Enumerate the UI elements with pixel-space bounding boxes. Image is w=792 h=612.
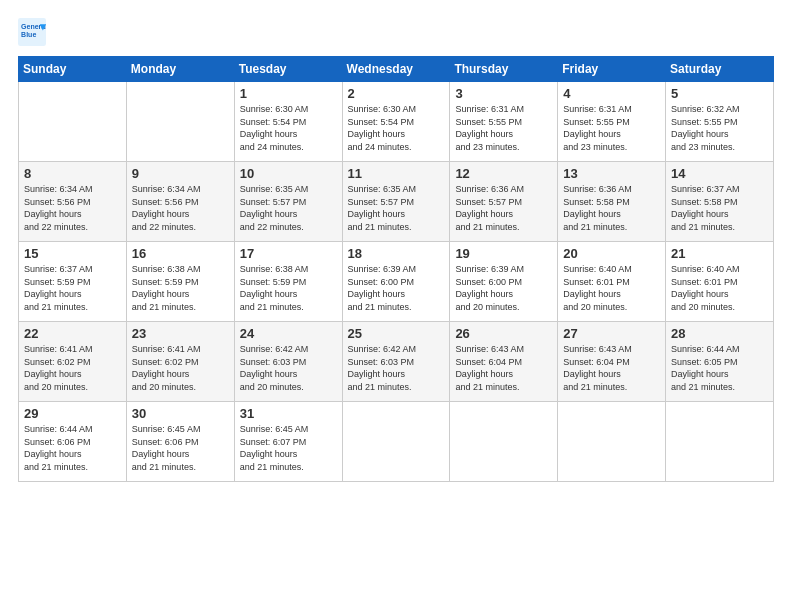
day-info: Sunrise: 6:31 AM Sunset: 5:55 PM Dayligh… [455,103,552,153]
day-info: Sunrise: 6:45 AM Sunset: 6:06 PM Dayligh… [132,423,229,473]
day-header-thursday: Thursday [450,57,558,82]
day-number: 22 [24,326,121,341]
calendar-week-2: 8 Sunrise: 6:34 AM Sunset: 5:56 PM Dayli… [19,162,774,242]
day-header-tuesday: Tuesday [234,57,342,82]
day-info: Sunrise: 6:42 AM Sunset: 6:03 PM Dayligh… [240,343,337,393]
calendar-week-3: 15 Sunrise: 6:37 AM Sunset: 5:59 PM Dayl… [19,242,774,322]
calendar: SundayMondayTuesdayWednesdayThursdayFrid… [18,56,774,482]
calendar-week-4: 22 Sunrise: 6:41 AM Sunset: 6:02 PM Dayl… [19,322,774,402]
calendar-cell: 11 Sunrise: 6:35 AM Sunset: 5:57 PM Dayl… [342,162,450,242]
calendar-cell: 29 Sunrise: 6:44 AM Sunset: 6:06 PM Dayl… [19,402,127,482]
day-number: 28 [671,326,768,341]
calendar-body: 1 Sunrise: 6:30 AM Sunset: 5:54 PM Dayli… [19,82,774,482]
calendar-cell: 21 Sunrise: 6:40 AM Sunset: 6:01 PM Dayl… [666,242,774,322]
day-number: 15 [24,246,121,261]
day-number: 16 [132,246,229,261]
day-number: 5 [671,86,768,101]
day-info: Sunrise: 6:32 AM Sunset: 5:55 PM Dayligh… [671,103,768,153]
day-info: Sunrise: 6:38 AM Sunset: 5:59 PM Dayligh… [132,263,229,313]
day-number: 4 [563,86,660,101]
day-header-monday: Monday [126,57,234,82]
calendar-cell: 23 Sunrise: 6:41 AM Sunset: 6:02 PM Dayl… [126,322,234,402]
calendar-cell [342,402,450,482]
day-number: 14 [671,166,768,181]
day-number: 18 [348,246,445,261]
calendar-cell: 16 Sunrise: 6:38 AM Sunset: 5:59 PM Dayl… [126,242,234,322]
day-number: 31 [240,406,337,421]
calendar-cell: 8 Sunrise: 6:34 AM Sunset: 5:56 PM Dayli… [19,162,127,242]
calendar-cell [126,82,234,162]
day-number: 2 [348,86,445,101]
header: General Blue [18,18,774,46]
logo-icon: General Blue [18,18,46,46]
calendar-week-5: 29 Sunrise: 6:44 AM Sunset: 6:06 PM Dayl… [19,402,774,482]
calendar-cell: 25 Sunrise: 6:42 AM Sunset: 6:03 PM Dayl… [342,322,450,402]
calendar-cell: 13 Sunrise: 6:36 AM Sunset: 5:58 PM Dayl… [558,162,666,242]
calendar-cell: 10 Sunrise: 6:35 AM Sunset: 5:57 PM Dayl… [234,162,342,242]
day-info: Sunrise: 6:39 AM Sunset: 6:00 PM Dayligh… [455,263,552,313]
calendar-cell: 4 Sunrise: 6:31 AM Sunset: 5:55 PM Dayli… [558,82,666,162]
day-header-wednesday: Wednesday [342,57,450,82]
day-number: 1 [240,86,337,101]
day-number: 29 [24,406,121,421]
day-info: Sunrise: 6:41 AM Sunset: 6:02 PM Dayligh… [24,343,121,393]
day-number: 8 [24,166,121,181]
calendar-cell: 15 Sunrise: 6:37 AM Sunset: 5:59 PM Dayl… [19,242,127,322]
day-number: 12 [455,166,552,181]
calendar-cell: 28 Sunrise: 6:44 AM Sunset: 6:05 PM Dayl… [666,322,774,402]
calendar-cell: 12 Sunrise: 6:36 AM Sunset: 5:57 PM Dayl… [450,162,558,242]
day-info: Sunrise: 6:37 AM Sunset: 5:59 PM Dayligh… [24,263,121,313]
calendar-header-row: SundayMondayTuesdayWednesdayThursdayFrid… [19,57,774,82]
calendar-cell: 26 Sunrise: 6:43 AM Sunset: 6:04 PM Dayl… [450,322,558,402]
day-info: Sunrise: 6:39 AM Sunset: 6:00 PM Dayligh… [348,263,445,313]
day-number: 24 [240,326,337,341]
calendar-cell: 19 Sunrise: 6:39 AM Sunset: 6:00 PM Dayl… [450,242,558,322]
day-info: Sunrise: 6:34 AM Sunset: 5:56 PM Dayligh… [24,183,121,233]
day-info: Sunrise: 6:43 AM Sunset: 6:04 PM Dayligh… [563,343,660,393]
calendar-week-1: 1 Sunrise: 6:30 AM Sunset: 5:54 PM Dayli… [19,82,774,162]
calendar-cell: 9 Sunrise: 6:34 AM Sunset: 5:56 PM Dayli… [126,162,234,242]
day-header-friday: Friday [558,57,666,82]
day-number: 19 [455,246,552,261]
day-number: 21 [671,246,768,261]
calendar-cell: 30 Sunrise: 6:45 AM Sunset: 6:06 PM Dayl… [126,402,234,482]
calendar-cell: 14 Sunrise: 6:37 AM Sunset: 5:58 PM Dayl… [666,162,774,242]
calendar-cell: 27 Sunrise: 6:43 AM Sunset: 6:04 PM Dayl… [558,322,666,402]
calendar-cell [558,402,666,482]
day-number: 27 [563,326,660,341]
day-number: 11 [348,166,445,181]
day-number: 9 [132,166,229,181]
calendar-cell: 18 Sunrise: 6:39 AM Sunset: 6:00 PM Dayl… [342,242,450,322]
day-info: Sunrise: 6:41 AM Sunset: 6:02 PM Dayligh… [132,343,229,393]
day-info: Sunrise: 6:35 AM Sunset: 5:57 PM Dayligh… [240,183,337,233]
calendar-cell: 20 Sunrise: 6:40 AM Sunset: 6:01 PM Dayl… [558,242,666,322]
day-number: 17 [240,246,337,261]
calendar-cell: 3 Sunrise: 6:31 AM Sunset: 5:55 PM Dayli… [450,82,558,162]
calendar-cell: 22 Sunrise: 6:41 AM Sunset: 6:02 PM Dayl… [19,322,127,402]
calendar-cell: 5 Sunrise: 6:32 AM Sunset: 5:55 PM Dayli… [666,82,774,162]
calendar-cell: 24 Sunrise: 6:42 AM Sunset: 6:03 PM Dayl… [234,322,342,402]
day-number: 26 [455,326,552,341]
calendar-cell: 17 Sunrise: 6:38 AM Sunset: 5:59 PM Dayl… [234,242,342,322]
day-number: 13 [563,166,660,181]
day-number: 23 [132,326,229,341]
day-info: Sunrise: 6:40 AM Sunset: 6:01 PM Dayligh… [563,263,660,313]
day-info: Sunrise: 6:34 AM Sunset: 5:56 PM Dayligh… [132,183,229,233]
day-info: Sunrise: 6:36 AM Sunset: 5:57 PM Dayligh… [455,183,552,233]
day-info: Sunrise: 6:30 AM Sunset: 5:54 PM Dayligh… [240,103,337,153]
day-number: 20 [563,246,660,261]
calendar-cell: 1 Sunrise: 6:30 AM Sunset: 5:54 PM Dayli… [234,82,342,162]
calendar-cell [450,402,558,482]
day-info: Sunrise: 6:45 AM Sunset: 6:07 PM Dayligh… [240,423,337,473]
calendar-cell [666,402,774,482]
day-info: Sunrise: 6:37 AM Sunset: 5:58 PM Dayligh… [671,183,768,233]
day-number: 25 [348,326,445,341]
day-info: Sunrise: 6:44 AM Sunset: 6:06 PM Dayligh… [24,423,121,473]
day-number: 10 [240,166,337,181]
day-info: Sunrise: 6:38 AM Sunset: 5:59 PM Dayligh… [240,263,337,313]
day-info: Sunrise: 6:40 AM Sunset: 6:01 PM Dayligh… [671,263,768,313]
day-info: Sunrise: 6:44 AM Sunset: 6:05 PM Dayligh… [671,343,768,393]
logo: General Blue [18,18,50,46]
calendar-cell: 2 Sunrise: 6:30 AM Sunset: 5:54 PM Dayli… [342,82,450,162]
day-header-saturday: Saturday [666,57,774,82]
